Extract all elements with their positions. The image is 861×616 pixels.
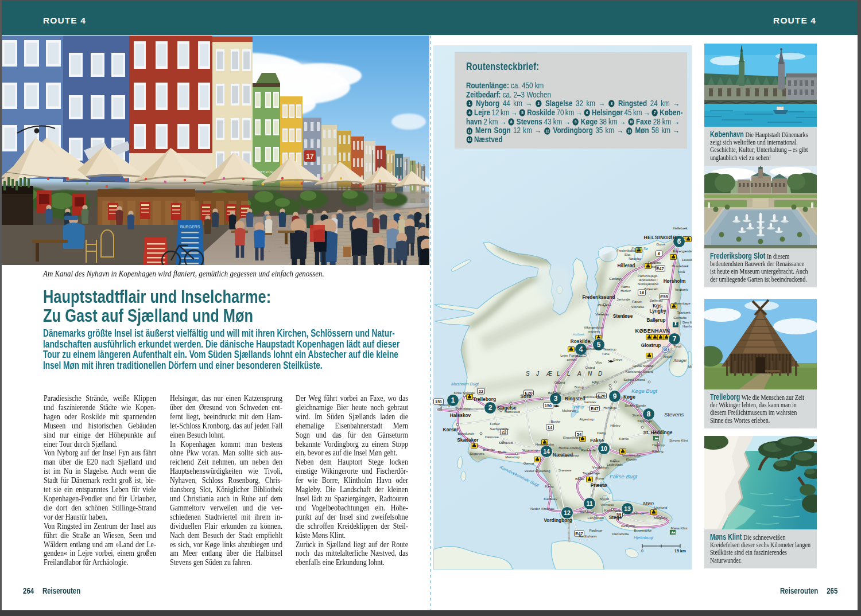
svg-text:Stensved: Stensved	[579, 510, 594, 514]
svg-text:L: L	[557, 371, 560, 377]
svg-text:D: D	[598, 371, 602, 377]
svg-text:A: A	[577, 371, 581, 377]
svg-text:BURGERS: BURGERS	[180, 225, 200, 229]
svg-text:Slot: Slot	[625, 252, 631, 256]
svg-text:Præstø: Præstø	[591, 482, 608, 488]
svg-text:Gavnø: Gavnø	[523, 461, 534, 465]
svg-text:Kloster: Kloster	[626, 457, 637, 461]
svg-text:Søllerød: Søllerød	[649, 298, 662, 302]
svg-text:Karlslunde Strand: Karlslunde Strand	[626, 369, 653, 373]
svg-text:Kalvehave: Kalvehave	[604, 508, 621, 512]
svg-text:Klippinge: Klippinge	[637, 419, 652, 423]
svg-text:Ringsted: Ringsted	[565, 396, 585, 401]
svg-text:J: J	[536, 371, 540, 377]
svg-text:Gurre: Gurre	[656, 242, 665, 246]
svg-text:Karise: Karise	[619, 436, 629, 440]
svg-text:Vester Egesborg: Vester Egesborg	[524, 469, 550, 473]
svg-text:Svenstrup: Svenstrup	[455, 406, 471, 410]
svg-text:museet: museet	[588, 329, 600, 333]
svg-text:7: 7	[673, 335, 677, 343]
svg-text:Vedbæk: Vedbæk	[675, 287, 688, 291]
svg-text:6: 6	[586, 111, 588, 115]
svg-text:Herlufsholm: Herlufsholm	[536, 442, 554, 446]
svg-text:Greve Strand: Greve Strand	[633, 364, 653, 368]
svg-text:KØBENHAVN: KØBENHAVN	[635, 328, 670, 334]
svg-text:3: 3	[554, 395, 558, 403]
svg-text:Hillerød: Hillerød	[618, 263, 635, 268]
svg-text:Malm: Malm	[688, 365, 692, 368]
svg-text:15 km: 15 km	[674, 549, 686, 553]
svg-text:Køge: Køge	[623, 394, 635, 400]
svg-text:Sandved: Sandved	[499, 440, 513, 445]
svg-text:Dalmose: Dalmose	[485, 435, 499, 439]
svg-text:Rønnede: Rønnede	[581, 448, 596, 452]
svg-text:N: N	[588, 371, 592, 377]
svg-text:Espergærde: Espergærde	[673, 249, 692, 253]
svg-text:10: 10	[600, 445, 607, 452]
svg-text:Den lille: Den lille	[682, 320, 692, 324]
svg-text:Køge Bugt: Køge Bugt	[631, 388, 657, 394]
svg-text:Jørlunde: Jørlunde	[616, 297, 630, 301]
svg-text:borg: borg	[651, 264, 658, 268]
svg-text:Stigsnæs: Stigsnæs	[470, 451, 484, 455]
svg-text:1: 1	[468, 102, 471, 106]
svg-text:13: 13	[628, 128, 632, 133]
svg-text:8: 8	[510, 119, 513, 124]
svg-text:22: 22	[479, 389, 483, 394]
svg-text:Nivå: Nivå	[678, 270, 685, 274]
svg-text:4: 4	[468, 111, 471, 115]
svg-text:14: 14	[548, 425, 553, 430]
svg-text:11: 11	[586, 500, 592, 507]
svg-text:Greve: Greve	[613, 357, 623, 361]
svg-text:Humlebæk: Humlebæk	[672, 264, 689, 268]
svg-text:Langebæk: Langebæk	[588, 516, 605, 520]
svg-text:Frederikssund: Frederikssund	[582, 294, 615, 300]
svg-text:Skælskør: Skælskør	[457, 437, 479, 443]
svg-text:Dalby: Dalby	[597, 431, 607, 435]
svg-text:St. Heddinge: St. Heddinge	[643, 430, 673, 435]
svg-text:Holbæk: Holbæk	[573, 333, 585, 336]
svg-text:Strøby: Strøby	[632, 413, 643, 417]
svg-text:Gørslev: Gørslev	[584, 400, 596, 404]
svg-text:Fredens-: Fredens-	[648, 260, 662, 264]
svg-text:11: 11	[468, 128, 471, 133]
svg-text:Rude: Rude	[498, 450, 507, 454]
svg-text:Køng: Køng	[545, 484, 554, 488]
svg-text:Lyngby: Lyngby	[649, 308, 666, 314]
svg-text:Strøby Egede: Strøby Egede	[625, 403, 646, 407]
svg-text:Nørre: Nørre	[621, 284, 630, 288]
svg-text:Værløse: Værløse	[631, 305, 645, 309]
svg-text:Lousiana: Lousiana	[682, 258, 692, 262]
svg-text:Eremitage: Eremitage	[674, 301, 691, 305]
svg-text:Buske: Buske	[551, 419, 561, 423]
svg-text:Stevns Klint: Stevns Klint	[669, 438, 688, 442]
svg-text:12: 12	[545, 128, 549, 133]
svg-text:L: L	[567, 371, 571, 377]
svg-text:center: center	[567, 357, 577, 361]
svg-text:9: 9	[613, 392, 617, 400]
svg-text:Stege: Stege	[609, 514, 622, 520]
svg-text:Rødbyhavn: Rødbyhavn	[579, 534, 596, 538]
svg-text:Liselund: Liselund	[654, 505, 668, 509]
svg-text:12: 12	[564, 509, 571, 516]
svg-text:Taarbæk: Taarbæk	[677, 310, 691, 314]
svg-text:Glostrup: Glostrup	[641, 342, 661, 348]
svg-text:7: 7	[654, 111, 656, 115]
svg-text:Lejre Forsøgs-: Lejre Forsøgs-	[560, 353, 583, 357]
svg-text:Harrested: Harrested	[505, 410, 520, 414]
svg-text:Elmelunde: Elmelunde	[628, 511, 645, 515]
svg-text:Nyborg: Nyborg	[439, 403, 450, 407]
svg-text:Borup: Borup	[575, 385, 584, 389]
svg-text:150: 150	[545, 403, 552, 408]
svg-text:Magleby: Magleby	[654, 516, 668, 520]
svg-text:Birkerød: Birkerød	[644, 287, 657, 291]
svg-text:1: 1	[451, 396, 455, 404]
svg-text:Herfølge: Herfølge	[603, 406, 617, 410]
svg-text:Højerup: Højerup	[652, 443, 665, 447]
svg-text:Neder Vindinge: Neder Vindinge	[530, 506, 555, 510]
svg-text:Nordsjælland: Nordsjælland	[638, 282, 658, 286]
svg-text:Vemmedrup: Vemmedrup	[583, 395, 602, 399]
svg-text:Viemose: Viemose	[600, 502, 614, 506]
svg-text:2: 2	[538, 102, 540, 106]
svg-text:Osted: Osted	[585, 365, 595, 369]
